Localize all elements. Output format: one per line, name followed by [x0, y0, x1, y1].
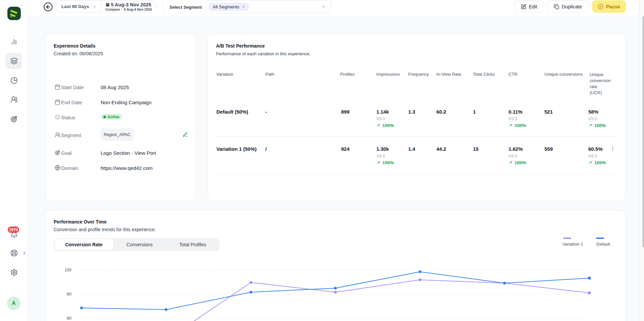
svg-text:80: 80 — [67, 292, 71, 297]
svg-text:100: 100 — [64, 268, 71, 272]
svg-text:60: 60 — [67, 316, 71, 321]
